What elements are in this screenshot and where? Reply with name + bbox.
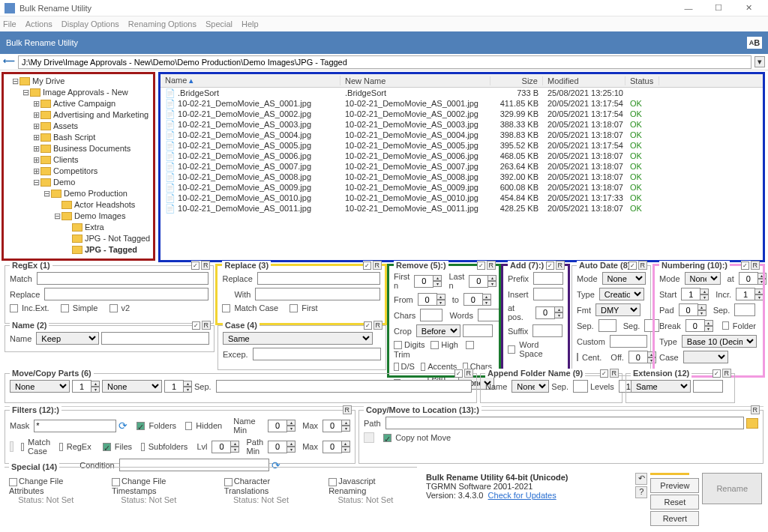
tree-item[interactable]: ⊞Active Campaign xyxy=(5,98,152,109)
file-row[interactable]: 📄 10-02-21_DemoMovie_AS_0003.jpg10-02-21… xyxy=(160,119,763,130)
col-name[interactable]: Name ▴ xyxy=(160,76,340,85)
col-size[interactable]: Size xyxy=(490,76,543,85)
name-select[interactable]: Keep xyxy=(36,332,99,345)
file-list[interactable]: 📄 .BridgeSort.BridgeSort733 B25/08/2021 … xyxy=(160,88,763,260)
menu-special[interactable]: Special xyxy=(206,19,232,28)
remove-crop[interactable]: Before xyxy=(416,324,460,337)
movecopy-sel1[interactable]: None xyxy=(10,380,70,393)
remove-crop-input[interactable] xyxy=(463,324,493,337)
file-row[interactable]: 📄 10-02-21_DemoMovie_AS_0008.jpg10-02-21… xyxy=(160,172,763,182)
col-newname[interactable]: New Name xyxy=(340,76,490,85)
tree-item[interactable]: JPG - Tagged xyxy=(5,244,152,256)
filters-namemax[interactable] xyxy=(322,420,342,432)
regex-enable[interactable]: ✓ xyxy=(191,262,200,270)
undo-icon[interactable]: ↶ xyxy=(635,473,647,485)
col-status[interactable]: Status xyxy=(626,76,659,85)
numbering-enable[interactable]: ✓ xyxy=(741,262,749,270)
replace-reset[interactable]: R xyxy=(373,261,382,270)
numbering-type[interactable]: Base 10 (Decimal) xyxy=(682,335,757,348)
remove-reset[interactable]: R xyxy=(487,261,496,270)
remove-chars-input[interactable] xyxy=(420,309,442,321)
reset-button[interactable]: Reset xyxy=(650,495,699,510)
file-row[interactable]: 📄 10-02-21_DemoMovie_AS_0006.jpg10-02-21… xyxy=(160,151,763,161)
replace-input[interactable] xyxy=(257,272,380,285)
replace-matchcase[interactable] xyxy=(222,304,230,312)
file-row[interactable]: 📄 10-02-21_DemoMovie_AS_0002.jpg10-02-21… xyxy=(160,109,763,119)
name-enable[interactable]: ✓ xyxy=(192,321,200,330)
movecopy-n1[interactable] xyxy=(72,380,92,393)
add-suffix[interactable] xyxy=(532,324,562,337)
help-icon[interactable]: ? xyxy=(635,486,647,498)
numbering-reset[interactable]: R xyxy=(751,261,760,270)
col-modified[interactable]: Modified xyxy=(543,76,626,85)
numbering-break[interactable] xyxy=(686,319,705,332)
tree-item[interactable]: JPG - Not Tagged xyxy=(5,233,152,244)
remove-from[interactable] xyxy=(418,293,437,306)
movecopy-enable[interactable]: ✓ xyxy=(454,369,463,378)
extension-reset[interactable]: R xyxy=(722,369,732,378)
filters-pathmin[interactable] xyxy=(268,441,287,453)
regex-simple[interactable] xyxy=(61,304,69,312)
tree-item[interactable]: ⊞Assets xyxy=(5,121,152,132)
regex-incext[interactable] xyxy=(10,304,18,312)
menu-display[interactable]: Display Options xyxy=(62,19,119,28)
numbering-pad[interactable] xyxy=(679,303,698,316)
path-input[interactable] xyxy=(18,55,752,69)
remove-firstn[interactable] xyxy=(414,275,434,288)
file-row[interactable]: 📄 10-02-21_DemoMovie_AS_0005.jpg10-02-21… xyxy=(160,140,763,151)
remove-lastn[interactable] xyxy=(469,275,488,288)
regex-match-input[interactable] xyxy=(37,272,208,285)
movecopy-reset[interactable]: R xyxy=(464,369,474,378)
autodate-fmt[interactable]: DMY xyxy=(596,303,640,316)
autodate-mode[interactable]: None xyxy=(602,272,646,285)
remove-words-input[interactable] xyxy=(478,309,500,321)
back-icon[interactable]: ⟵ xyxy=(3,56,15,68)
file-row[interactable]: 📄 10-02-21_DemoMovie_AS_0007.jpg10-02-21… xyxy=(160,161,763,172)
regex-replace-input[interactable] xyxy=(44,288,208,300)
refresh-icon[interactable]: ⟳ xyxy=(118,420,128,432)
movecopy-sel2[interactable]: None xyxy=(102,380,162,393)
path-dropdown-icon[interactable]: ▾ xyxy=(754,56,765,67)
movecopy-n2[interactable] xyxy=(164,380,184,393)
revert-button[interactable]: Revert xyxy=(650,511,699,526)
numbering-start[interactable] xyxy=(681,288,700,300)
file-row[interactable]: 📄 10-02-21_DemoMovie_AS_0001.jpg10-02-21… xyxy=(160,98,763,109)
case-excep[interactable] xyxy=(253,348,381,360)
file-row[interactable]: 📄 10-02-21_DemoMovie_AS_0004.jpg10-02-21… xyxy=(160,130,763,140)
regex-reset[interactable]: R xyxy=(201,261,211,270)
menu-renaming[interactable]: Renaming Options xyxy=(128,19,196,28)
browse-icon[interactable] xyxy=(746,418,758,429)
autodate-reset[interactable]: R xyxy=(638,261,648,270)
tree-item[interactable]: ⊟Demo xyxy=(5,177,152,188)
copymove-path[interactable] xyxy=(386,417,744,429)
ab-icon[interactable]: AB xyxy=(747,37,762,49)
case-enable[interactable]: ✓ xyxy=(364,321,372,330)
autodate-custom[interactable] xyxy=(610,335,647,348)
filters-namemin[interactable] xyxy=(268,420,287,432)
extension-enable[interactable]: ✓ xyxy=(712,369,721,378)
replace-first[interactable] xyxy=(290,304,298,312)
file-row[interactable]: 📄 10-02-21_DemoMovie_AS_0009.jpg10-02-21… xyxy=(160,182,763,193)
add-wordspace[interactable] xyxy=(508,345,515,354)
copymove-icon[interactable] xyxy=(364,432,374,443)
add-prefix[interactable] xyxy=(533,272,563,285)
add-reset[interactable]: R xyxy=(556,261,566,270)
tree-item[interactable]: ⊞Business Documents xyxy=(5,143,152,154)
copymove-reset[interactable]: R xyxy=(751,405,760,414)
remove-enable[interactable]: ✓ xyxy=(477,262,485,270)
preview-button[interactable]: Preview xyxy=(650,478,699,493)
appendfolder-reset[interactable]: R xyxy=(610,369,620,378)
minimize-button[interactable]: — xyxy=(674,1,704,15)
appendfolder-enable[interactable]: ✓ xyxy=(600,369,608,378)
numbering-incr[interactable] xyxy=(736,288,755,300)
tree-item[interactable]: ⊟My Drive xyxy=(5,76,152,87)
file-row[interactable]: 📄 10-02-21_DemoMovie_AS_0011.jpg10-02-21… xyxy=(160,203,763,214)
autodate-off[interactable] xyxy=(628,351,648,363)
autodate-enable[interactable]: ✓ xyxy=(628,262,637,270)
appendfolder-sep[interactable] xyxy=(573,380,588,393)
tree-item[interactable]: ⊟Demo Production xyxy=(5,188,152,199)
menu-file[interactable]: File xyxy=(3,19,16,28)
tree-item[interactable]: Actor Headshots xyxy=(5,199,152,211)
numbering-case[interactable] xyxy=(683,351,728,363)
regex-v2[interactable] xyxy=(110,304,118,312)
